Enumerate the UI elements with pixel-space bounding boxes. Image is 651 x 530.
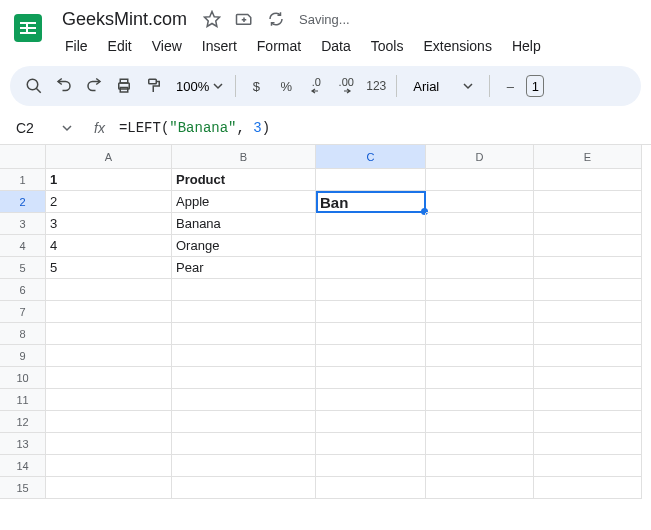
cell[interactable] bbox=[46, 389, 172, 411]
menu-file[interactable]: File bbox=[56, 34, 97, 58]
move-icon[interactable] bbox=[231, 6, 257, 32]
cell[interactable] bbox=[426, 213, 534, 235]
cell[interactable]: 3 bbox=[46, 213, 172, 235]
cell[interactable] bbox=[534, 411, 642, 433]
row-header[interactable]: 10 bbox=[0, 367, 46, 389]
cell[interactable] bbox=[172, 301, 316, 323]
cell[interactable] bbox=[426, 433, 534, 455]
cell[interactable] bbox=[316, 345, 426, 367]
cell[interactable] bbox=[534, 477, 642, 499]
cell[interactable] bbox=[426, 455, 534, 477]
cell[interactable]: Product bbox=[172, 169, 316, 191]
cell[interactable] bbox=[316, 213, 426, 235]
cell[interactable]: Orange bbox=[172, 235, 316, 257]
menu-help[interactable]: Help bbox=[503, 34, 550, 58]
cell[interactable] bbox=[46, 323, 172, 345]
row-header[interactable]: 15 bbox=[0, 477, 46, 499]
cell[interactable] bbox=[172, 411, 316, 433]
format-123-button[interactable]: 123 bbox=[362, 72, 390, 100]
cell[interactable]: Apple bbox=[172, 191, 316, 213]
row-header[interactable]: 4 bbox=[0, 235, 46, 257]
font-dropdown[interactable]: Arial bbox=[403, 79, 483, 94]
cell[interactable] bbox=[534, 235, 642, 257]
row-header[interactable]: 7 bbox=[0, 301, 46, 323]
search-icon[interactable] bbox=[20, 72, 48, 100]
cell[interactable] bbox=[534, 191, 642, 213]
redo-icon[interactable] bbox=[80, 72, 108, 100]
cell[interactable] bbox=[534, 257, 642, 279]
menu-format[interactable]: Format bbox=[248, 34, 310, 58]
cell[interactable] bbox=[426, 279, 534, 301]
cell[interactable] bbox=[534, 367, 642, 389]
cell[interactable]: 5 bbox=[46, 257, 172, 279]
cell[interactable]: Banana bbox=[172, 213, 316, 235]
col-header[interactable]: B bbox=[172, 145, 316, 169]
cell[interactable] bbox=[534, 169, 642, 191]
menu-data[interactable]: Data bbox=[312, 34, 360, 58]
cell[interactable] bbox=[316, 169, 426, 191]
menu-insert[interactable]: Insert bbox=[193, 34, 246, 58]
col-header[interactable]: D bbox=[426, 145, 534, 169]
cell[interactable] bbox=[316, 389, 426, 411]
menu-view[interactable]: View bbox=[143, 34, 191, 58]
document-title[interactable]: GeeksMint.com bbox=[56, 7, 193, 32]
cell[interactable] bbox=[172, 345, 316, 367]
cell[interactable] bbox=[534, 433, 642, 455]
font-size-input[interactable]: 1 bbox=[526, 75, 544, 97]
cell[interactable] bbox=[316, 477, 426, 499]
col-header[interactable]: A bbox=[46, 145, 172, 169]
cloud-status-icon[interactable] bbox=[263, 6, 289, 32]
cell[interactable] bbox=[172, 323, 316, 345]
cell[interactable] bbox=[46, 301, 172, 323]
menu-extensions[interactable]: Extensions bbox=[414, 34, 500, 58]
row-header[interactable]: 5 bbox=[0, 257, 46, 279]
cell[interactable] bbox=[534, 389, 642, 411]
cell[interactable] bbox=[534, 301, 642, 323]
cell-active[interactable]: Ban bbox=[316, 191, 426, 213]
cell[interactable] bbox=[426, 301, 534, 323]
cell[interactable] bbox=[316, 301, 426, 323]
row-header[interactable]: 13 bbox=[0, 433, 46, 455]
sheets-logo[interactable] bbox=[8, 8, 48, 48]
cell[interactable] bbox=[172, 367, 316, 389]
cell[interactable]: Pear bbox=[172, 257, 316, 279]
row-header[interactable]: 1 bbox=[0, 169, 46, 191]
menu-tools[interactable]: Tools bbox=[362, 34, 413, 58]
print-icon[interactable] bbox=[110, 72, 138, 100]
cell[interactable] bbox=[534, 345, 642, 367]
row-header[interactable]: 3 bbox=[0, 213, 46, 235]
cell[interactable] bbox=[316, 279, 426, 301]
cell[interactable] bbox=[426, 411, 534, 433]
cell[interactable] bbox=[172, 433, 316, 455]
cell[interactable] bbox=[426, 367, 534, 389]
zoom-dropdown[interactable]: 100% bbox=[170, 79, 229, 94]
cell[interactable] bbox=[426, 345, 534, 367]
decrease-decimal-button[interactable]: .0 bbox=[302, 72, 330, 100]
row-header[interactable]: 14 bbox=[0, 455, 46, 477]
cell[interactable] bbox=[316, 433, 426, 455]
cell[interactable] bbox=[46, 345, 172, 367]
currency-button[interactable]: $ bbox=[242, 72, 270, 100]
cell[interactable] bbox=[534, 279, 642, 301]
row-header[interactable]: 11 bbox=[0, 389, 46, 411]
row-header[interactable]: 12 bbox=[0, 411, 46, 433]
cell[interactable] bbox=[316, 411, 426, 433]
paint-format-icon[interactable] bbox=[140, 72, 168, 100]
cell[interactable] bbox=[172, 477, 316, 499]
cell[interactable] bbox=[426, 191, 534, 213]
percent-button[interactable]: % bbox=[272, 72, 300, 100]
cell[interactable] bbox=[46, 477, 172, 499]
cell[interactable] bbox=[316, 367, 426, 389]
row-header[interactable]: 8 bbox=[0, 323, 46, 345]
cell[interactable] bbox=[426, 477, 534, 499]
cell[interactable] bbox=[316, 323, 426, 345]
cell[interactable] bbox=[172, 455, 316, 477]
cell[interactable]: 2 bbox=[46, 191, 172, 213]
increase-decimal-button[interactable]: .00 bbox=[332, 72, 360, 100]
cell[interactable] bbox=[426, 169, 534, 191]
cell[interactable] bbox=[46, 367, 172, 389]
decrease-font-button[interactable]: – bbox=[496, 72, 524, 100]
cell[interactable] bbox=[426, 389, 534, 411]
cell[interactable] bbox=[534, 213, 642, 235]
cell[interactable] bbox=[46, 279, 172, 301]
